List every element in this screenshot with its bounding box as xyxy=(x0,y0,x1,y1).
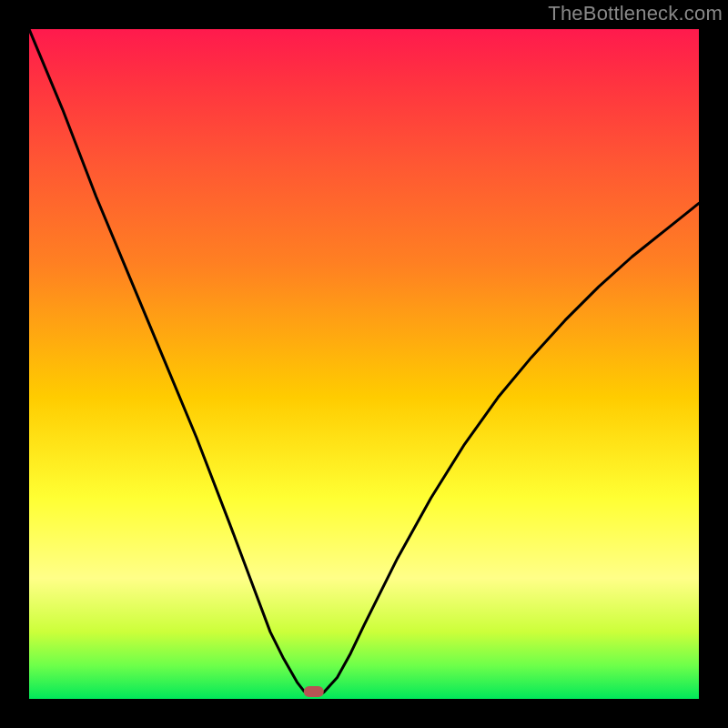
watermark-text: TheBottleneck.com xyxy=(548,2,723,25)
plot-area xyxy=(29,29,699,699)
chart-frame: TheBottleneck.com xyxy=(0,0,728,728)
bottleneck-curve xyxy=(29,29,699,699)
minimum-marker xyxy=(304,686,324,697)
curve-path xyxy=(29,29,699,695)
